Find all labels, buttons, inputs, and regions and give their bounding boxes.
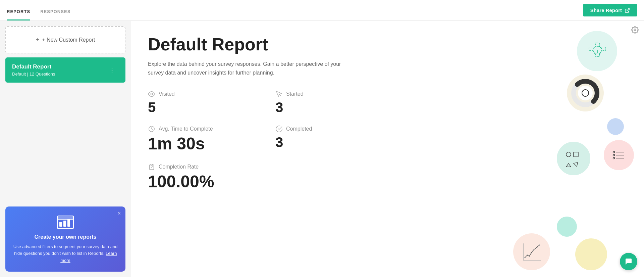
completed-value: 3 [275,135,383,150]
svg-point-23 [566,152,571,157]
nav-tabs: REPORTS RESPONSES [7,0,70,20]
cursor-icon [275,90,283,98]
visited-label: Visited [159,91,175,97]
main-layout: + + New Custom Report Default Report Def… [0,21,644,277]
svg-point-37 [531,252,532,253]
svg-marker-25 [566,164,571,167]
chat-icon [625,258,633,266]
stat-started: Started 3 [275,90,383,115]
tab-reports[interactable]: REPORTS [7,9,30,20]
share-report-button[interactable]: Share Report [583,4,637,16]
stat-completion-rate: Completion Rate 100.00% [148,163,255,191]
check-circle-icon [275,125,283,133]
share-icon [625,8,630,13]
report-item-menu-button[interactable]: ⋮ [106,65,119,76]
svg-rect-24 [574,152,578,157]
svg-point-22 [582,90,589,96]
deco-icons-cluster [557,142,590,175]
avg-time-label: Avg. Time to Complete [159,126,213,132]
avg-time-value: 1m 30s [148,135,255,153]
new-custom-report-button[interactable]: + + New Custom Report [5,26,125,53]
svg-point-36 [529,256,530,257]
decorative-area [503,21,644,277]
completion-rate-label: Completion Rate [159,164,199,170]
plus-icon: + [36,36,40,43]
svg-line-0 [627,8,629,11]
report-description: Explore the data behind your survey resp… [148,60,349,77]
svg-point-38 [533,249,534,251]
deco-circle-yellow [575,238,607,270]
svg-point-35 [527,255,528,256]
deco-circle-teal-small [557,217,577,237]
completed-label: Completed [286,126,312,132]
chat-bubble-button[interactable] [620,253,637,270]
svg-point-28 [613,154,615,156]
promo-title: Create your own reports [12,234,119,240]
svg-rect-9 [151,164,153,166]
svg-point-19 [574,81,597,105]
svg-point-40 [537,246,538,247]
clock-icon [148,125,155,133]
report-title: Default Report [148,34,627,54]
settings-gear-button[interactable] [631,26,639,36]
new-custom-report-label: + New Custom Report [42,37,95,43]
svg-point-6 [634,29,636,31]
gear-icon [631,26,639,34]
donut-chart-svg [570,78,600,108]
svg-point-26 [613,151,615,153]
report-item-meta: Default | 12 Questions [12,72,55,77]
svg-rect-4 [63,221,66,227]
stat-avg-time: Avg. Time to Complete 1m 30s [148,125,255,153]
stats-grid: Visited 5 Started 3 [148,90,383,191]
top-navigation: REPORTS RESPONSES Share Report [0,0,644,21]
started-value: 3 [275,100,383,115]
svg-point-21 [578,86,593,100]
report-item-title: Default Report [12,63,55,70]
sidebar: + + New Custom Report Default Report Def… [0,21,131,277]
deco-circle-blue-small [607,118,624,135]
svg-point-34 [524,257,526,258]
deco-list-cluster [604,140,634,170]
completion-rate-value: 100.00% [148,173,255,191]
svg-rect-5 [67,219,70,227]
visited-value: 5 [148,100,255,115]
tab-responses[interactable]: RESPONSES [40,9,70,20]
promo-description: Use advanced filters to segment your sur… [12,243,119,264]
report-item-info: Default Report Default | 12 Questions [12,63,55,77]
svg-rect-2 [57,216,73,219]
svg-point-39 [535,248,536,249]
default-report-item[interactable]: Default Report Default | 12 Questions ⋮ [5,57,125,83]
deco-line-chart [513,233,550,270]
line-chart-svg [520,240,543,264]
stat-completed: Completed 3 [275,125,383,153]
shapes-icon [564,148,584,169]
clipboard-check-icon [148,163,155,171]
stat-visited: Visited 5 [148,90,255,115]
svg-point-41 [539,244,540,246]
deco-donut-chart [567,75,604,111]
list-icon [611,147,627,163]
content-area: Default Report Explore the data behind y… [131,21,644,277]
reports-illustration-icon [56,215,75,230]
started-label: Started [286,91,304,97]
promo-icon [12,215,119,230]
promo-card: × Create your own reports Use advanced f… [5,206,125,272]
svg-point-7 [151,93,153,95]
eye-icon [148,90,155,98]
svg-point-30 [613,157,615,159]
svg-rect-3 [59,222,62,227]
svg-point-20 [574,81,597,105]
promo-close-button[interactable]: × [118,211,121,217]
